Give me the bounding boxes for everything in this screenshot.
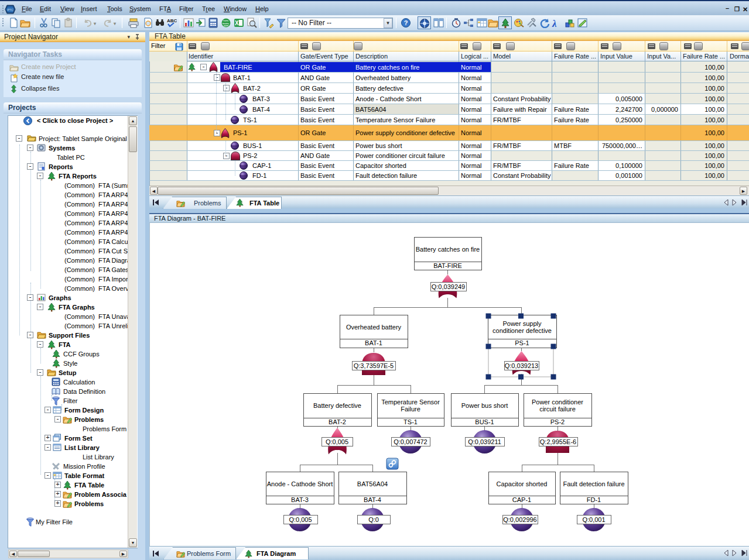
svg-text:Battery catches on fire: Battery catches on fire	[416, 246, 480, 253]
svg-text:Q:0,005: Q:0,005	[326, 438, 348, 445]
svg-text:BUS-1: BUS-1	[475, 418, 494, 425]
svg-text:Failure: Failure	[401, 406, 420, 413]
svg-text:X: X	[235, 20, 239, 26]
svg-text:Q:0,002996: Q:0,002996	[503, 516, 537, 523]
svg-text:Anode - Cathode Short: Anode - Cathode Short	[267, 480, 333, 487]
svg-text:PS-2: PS-2	[550, 418, 565, 425]
svg-text:Q:0,039249: Q:0,039249	[432, 283, 466, 290]
svg-text:BAT-2: BAT-2	[329, 418, 346, 425]
svg-text:conditioner defective: conditioner defective	[493, 327, 552, 334]
svg-text:Q:0,001: Q:0,001	[582, 516, 605, 523]
svg-text:Q:0,039211: Q:0,039211	[468, 438, 501, 445]
svg-text:Overheated battery: Overheated battery	[346, 324, 402, 331]
svg-text:BAT-1: BAT-1	[365, 339, 382, 346]
svg-text:Temperature Sensor: Temperature Sensor	[381, 398, 440, 406]
svg-text:Power supply: Power supply	[502, 320, 542, 327]
svg-text:BAT-FIRE: BAT-FIRE	[433, 262, 462, 269]
svg-text:λ: λ	[552, 18, 557, 28]
svg-text:Q:0,007472: Q:0,007472	[394, 438, 427, 445]
svg-text:CAP-1: CAP-1	[512, 496, 531, 503]
svg-text:PTC: PTC	[8, 8, 13, 12]
svg-text:?: ?	[404, 19, 408, 26]
svg-text:Q:0,039213: Q:0,039213	[505, 362, 539, 369]
svg-text:TS-1: TS-1	[403, 418, 418, 425]
svg-text:Fault detection failure: Fault detection failure	[563, 480, 624, 487]
svg-text:BAT-3: BAT-3	[291, 496, 309, 503]
svg-text:BAT-4: BAT-4	[364, 496, 381, 503]
svg-text:PS-1: PS-1	[515, 339, 529, 346]
svg-text:BAT56A04: BAT56A04	[357, 480, 388, 487]
svg-text:Battery defective: Battery defective	[313, 402, 361, 409]
svg-text:Q:0,005: Q:0,005	[289, 516, 312, 523]
svg-text:Capacitor shorted: Capacitor shorted	[497, 480, 548, 487]
svg-text:circuit failure: circuit failure	[539, 406, 576, 413]
svg-text:ABC: ABC	[167, 18, 177, 23]
svg-text:Q:3,73597E-5: Q:3,73597E-5	[354, 362, 394, 369]
svg-text:Power conditioner: Power conditioner	[532, 398, 583, 406]
svg-text:Q:0: Q:0	[368, 516, 379, 523]
svg-text:Q:2,9955E-6: Q:2,9955E-6	[540, 438, 576, 445]
svg-text:Power bus short: Power bus short	[461, 402, 508, 409]
svg-text:FD-1: FD-1	[587, 496, 601, 503]
